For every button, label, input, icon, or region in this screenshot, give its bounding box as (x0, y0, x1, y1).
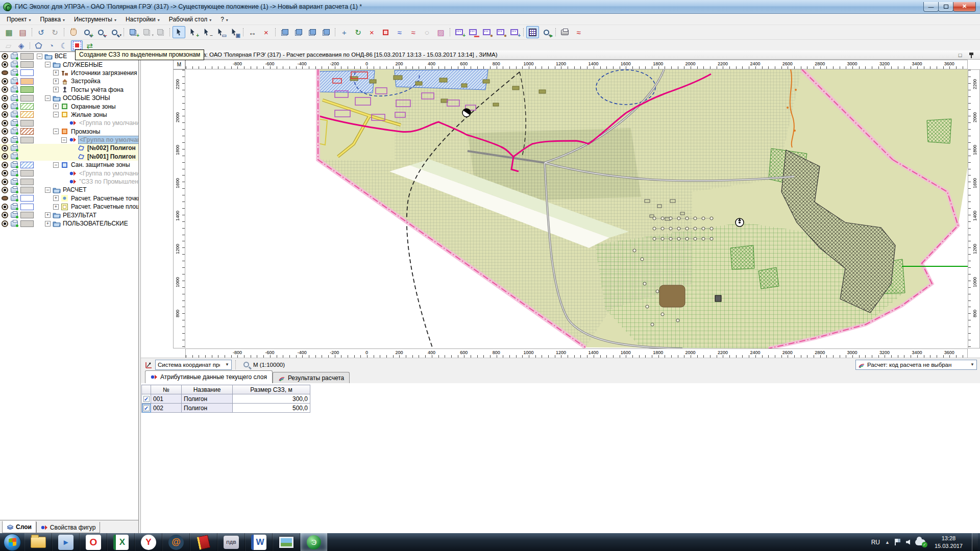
taskbar-app-excel[interactable]: X (107, 533, 135, 551)
tree-row[interactable]: –ОСОБЫЕ ЗОНЫ (0, 94, 138, 102)
tree-row[interactable]: –[№001] Полигон (0, 153, 138, 161)
pan-button[interactable] (67, 26, 80, 38)
zoom-out-button[interactable]: − (94, 26, 107, 38)
pin-window-button[interactable] (967, 51, 976, 59)
expander[interactable]: + (45, 212, 51, 218)
expander[interactable]: + (53, 79, 59, 84)
printer-icon[interactable] (11, 195, 18, 201)
visibility-eye-icon[interactable] (2, 61, 8, 68)
tree-item-label[interactable]: ОСОБЫЕ ЗОНЫ (62, 94, 111, 102)
tree-row[interactable]: –[№002] Полигон (0, 144, 138, 152)
visibility-eye-icon[interactable] (2, 170, 8, 177)
data-tab-0[interactable]: Атрибутивные данные текущего слоя (145, 370, 273, 383)
layer-color-swatch[interactable] (20, 220, 34, 227)
close-button[interactable]: ✕ (953, 2, 976, 12)
visibility-eye-icon[interactable] (2, 196, 8, 201)
menu-item-2[interactable]: Инструменты (69, 15, 121, 24)
panel-tab-1[interactable]: Свойства фигур (36, 522, 101, 533)
visibility-eye-icon[interactable] (2, 187, 8, 193)
tree-row[interactable]: –Сан. защитные зоны (0, 161, 138, 169)
select-button[interactable] (173, 26, 185, 38)
tree-row[interactable]: –Промзоны (0, 128, 138, 136)
printer-icon[interactable] (11, 129, 18, 134)
expander[interactable]: + (53, 87, 59, 92)
expander[interactable]: – (45, 95, 51, 101)
taskbar-app-uprza-ecolog[interactable] (190, 533, 217, 551)
add-object-button[interactable]: + (127, 26, 139, 38)
tree-row[interactable]: –<Группа по умолчан… (0, 136, 138, 144)
visibility-eye-icon[interactable] (2, 86, 8, 93)
tree-row[interactable]: +Застройка (0, 77, 138, 85)
layer-color-swatch[interactable] (20, 170, 34, 177)
stamp-button[interactable]: ▱ (3, 40, 14, 51)
printer-icon[interactable] (11, 137, 18, 143)
create-sector-button[interactable]: ☾ (58, 40, 70, 51)
maximize-button[interactable] (938, 2, 953, 12)
menu-item-3[interactable]: Настройки (121, 15, 164, 24)
minimize-button[interactable]: — (923, 2, 939, 12)
printer-icon[interactable] (11, 145, 18, 151)
smooth-contour-button[interactable]: ◌ (421, 26, 433, 38)
fill-style-button[interactable]: ▨ (434, 26, 447, 38)
clock[interactable]: 13:28 15.03.2017 (930, 535, 967, 550)
panel-tab-0[interactable]: Слои (2, 521, 36, 533)
printer-icon[interactable] (11, 204, 18, 210)
tree-item-label[interactable]: Расчет. Расчетные точки (70, 195, 139, 202)
calc-pad-move-button[interactable]: + (508, 26, 521, 38)
taskbar-app-explorer[interactable] (24, 533, 52, 551)
printer-icon[interactable] (11, 120, 18, 126)
tree-item-label[interactable]: <Группа по умолчанию> (78, 170, 139, 177)
select-add-button[interactable]: + (186, 26, 199, 38)
expander[interactable]: – (45, 62, 51, 67)
tree-row[interactable]: +Посты учёта фона (0, 86, 138, 94)
printer-icon[interactable] (11, 162, 18, 168)
layer-color-swatch[interactable] (20, 69, 34, 76)
visibility-eye-icon[interactable] (2, 220, 8, 227)
speaker-icon[interactable] (906, 540, 910, 545)
map-canvas[interactable] (185, 69, 968, 348)
visibility-eye-icon[interactable] (2, 128, 8, 135)
cloud-sync-icon[interactable] (915, 539, 925, 545)
expander[interactable]: + (45, 221, 51, 227)
menu-item-0[interactable]: Проект (2, 15, 36, 24)
edit-nodes-alt-button[interactable]: ≈ (407, 26, 420, 38)
expander[interactable]: + (53, 70, 59, 76)
table-row[interactable]: ✓001Полигон300,0 (142, 394, 310, 404)
printer-icon[interactable] (11, 104, 18, 109)
zoom-in-button[interactable]: + (81, 26, 93, 38)
taskbar-app-gis-ecolog[interactable]: Э (300, 533, 328, 551)
tree-item-label[interactable]: "СЗЗ по Промышленны… (78, 178, 139, 185)
tree-item-label[interactable]: Посты учёта фона (70, 86, 125, 93)
layers-button[interactable]: ◈ (15, 40, 27, 51)
menu-item-4[interactable]: Рабочий стол (164, 15, 216, 24)
select-sub-button[interactable]: − (200, 26, 213, 38)
layer-color-swatch[interactable] (20, 86, 34, 93)
layer-color-swatch[interactable] (20, 187, 34, 193)
tree-item-label[interactable]: [№002] Полигон (86, 144, 137, 152)
zoom-to-selection-button[interactable]: ▸ (540, 26, 553, 38)
table-column-header[interactable]: № (151, 385, 182, 394)
visibility-eye-icon[interactable] (2, 78, 8, 85)
expander[interactable]: + (53, 204, 59, 210)
table-column-header[interactable]: Название (182, 385, 233, 394)
tree-item-label[interactable]: <Группа по умолчан… (78, 136, 139, 144)
create-polygon-button[interactable] (33, 40, 44, 51)
data-tab-1[interactable]: Результаты расчета (273, 372, 350, 383)
measure-clear-button[interactable]: × (260, 26, 273, 38)
layer-color-swatch[interactable] (20, 53, 34, 60)
move-object-button[interactable]: + (338, 26, 351, 38)
layer-color-swatch[interactable] (20, 212, 34, 218)
menu-item-1[interactable]: Правка (36, 15, 70, 24)
layer-color-swatch[interactable] (20, 179, 34, 185)
expander[interactable]: – (61, 137, 67, 143)
printer-icon[interactable] (11, 54, 18, 59)
tree-row[interactable]: –СЛУЖЕБНЫЕ (0, 60, 138, 68)
tree-row[interactable]: –РАСЧЕТ (0, 186, 138, 194)
printer-icon[interactable] (11, 170, 18, 176)
visibility-eye-icon[interactable] (2, 162, 8, 168)
printer-icon[interactable] (11, 79, 18, 84)
tree-item-label[interactable]: <Группа по умолчанию> (78, 119, 139, 127)
tree-item-label[interactable]: Застройка (70, 78, 102, 85)
layer-color-swatch[interactable] (20, 204, 34, 210)
row-checkbox-cell[interactable]: ✓ (142, 404, 151, 413)
